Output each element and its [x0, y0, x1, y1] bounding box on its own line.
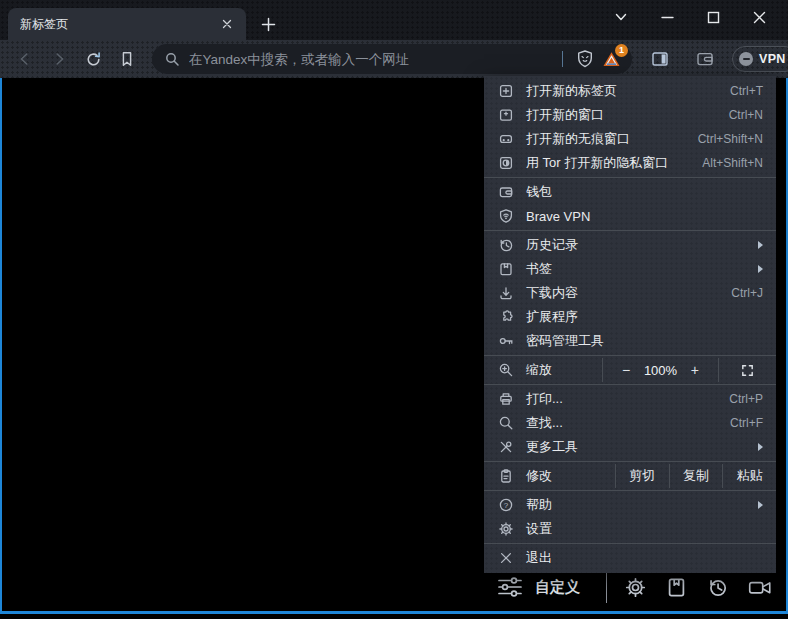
- zoom-in-button[interactable]: +: [691, 362, 699, 378]
- vpn-minus-icon: [739, 52, 753, 66]
- menu-item-settings[interactable]: 设置: [484, 517, 776, 541]
- menu-item-shortcut: Ctrl+J: [721, 286, 763, 300]
- url-input[interactable]: [189, 52, 558, 67]
- tor-window-icon: [498, 155, 514, 171]
- chevron-down-icon[interactable]: [598, 2, 644, 32]
- submenu-arrow-icon: [758, 241, 763, 249]
- menu-item-label: 用 Tor 打开新的隐私窗口: [526, 154, 668, 172]
- menu-item-brave-vpn[interactable]: Brave VPN: [484, 204, 776, 228]
- submenu-arrow-icon: [758, 265, 763, 273]
- gear-icon[interactable]: [624, 576, 647, 599]
- menu-item-label: 查找...: [526, 414, 563, 432]
- wallet-icon[interactable]: [690, 44, 720, 74]
- menu-separator: [484, 490, 776, 491]
- back-icon[interactable]: [10, 44, 40, 74]
- menu-item-new-tab[interactable]: 打开新的标签页Ctrl+T: [484, 79, 776, 103]
- menu-item-shortcut: Ctrl+P: [719, 392, 763, 406]
- menu-item-label: 更多工具: [526, 438, 578, 456]
- browser-window: 新标签页: [0, 0, 788, 619]
- menu-item-label: 帮助: [526, 496, 552, 514]
- downloads-icon: [498, 285, 514, 301]
- menu-item-downloads[interactable]: 下载内容Ctrl+J: [484, 281, 776, 305]
- vpn-label: VPN: [759, 52, 786, 66]
- menu-item-tor-window[interactable]: 用 Tor 打开新的隐私窗口Alt+Shift+N: [484, 151, 776, 175]
- menu-item-bookmarks[interactable]: 书签: [484, 257, 776, 281]
- menu-item-exit[interactable]: 退出: [484, 546, 776, 570]
- rewards-triangle-icon[interactable]: 1: [598, 46, 624, 72]
- zoom-out-button[interactable]: −: [622, 362, 630, 378]
- reload-icon[interactable]: [78, 44, 108, 74]
- menu-item-label: 历史记录: [526, 236, 578, 254]
- menu-item-shortcut: Alt+Shift+N: [692, 156, 763, 170]
- menu-item-label: 设置: [526, 520, 552, 538]
- paste-button[interactable]: 粘贴: [723, 467, 776, 485]
- vpn-button[interactable]: VPN: [732, 46, 788, 72]
- customize-label: 自定义: [535, 578, 580, 597]
- tab-close-icon[interactable]: [218, 15, 236, 33]
- menu-separator: [484, 177, 776, 178]
- settings-icon: [498, 521, 514, 537]
- menu-item-shortcut: Ctrl+T: [720, 84, 763, 98]
- tab-new-tab[interactable]: 新标签页: [8, 8, 246, 40]
- menu-item-new-window[interactable]: 打开新的窗口Ctrl+N: [484, 103, 776, 127]
- sliders-icon: [496, 574, 524, 600]
- menu-separator: [484, 355, 776, 356]
- menu-item-shortcut: Ctrl+Shift+N: [688, 132, 763, 146]
- menu-item-label: 修改: [526, 467, 552, 485]
- camera-icon[interactable]: [747, 576, 773, 599]
- submenu-arrow-icon: [758, 443, 763, 451]
- history-clock-icon[interactable]: [706, 576, 729, 599]
- titlebar: 新标签页: [0, 0, 788, 40]
- passwords-icon: [498, 333, 514, 349]
- copy-button[interactable]: 复制: [670, 467, 723, 485]
- fullscreen-button[interactable]: [719, 363, 776, 378]
- close-icon[interactable]: [736, 2, 782, 32]
- menu-item-label: 书签: [526, 260, 552, 278]
- menu-item-more-tools[interactable]: 更多工具: [484, 435, 776, 459]
- print-icon: [498, 391, 514, 407]
- menu-item-label: 扩展程序: [526, 308, 578, 326]
- vpn-shield-icon: [498, 208, 514, 224]
- sidebar-icon[interactable]: [645, 44, 675, 74]
- menu-item-extensions[interactable]: 扩展程序: [484, 305, 776, 329]
- menu-item-label: 打开新的无痕窗口: [526, 130, 630, 148]
- menu-item-history[interactable]: 历史记录: [484, 233, 776, 257]
- menu-item-label: 缩放: [526, 361, 552, 379]
- bookmark-icon[interactable]: [112, 44, 142, 74]
- cut-button[interactable]: 剪切: [616, 467, 669, 485]
- address-bar[interactable]: 1: [152, 44, 632, 74]
- urlbar-separator: [562, 51, 563, 67]
- history-icon: [498, 237, 514, 253]
- brave-shield-icon[interactable]: [572, 46, 598, 72]
- find-icon: [498, 415, 514, 431]
- saved-bookmarks-icon[interactable]: [665, 576, 688, 599]
- minimize-icon[interactable]: [644, 2, 690, 32]
- svg-text:?: ?: [504, 501, 509, 510]
- submenu-arrow-icon: [758, 501, 763, 509]
- menu-item-label: 打印...: [526, 390, 563, 408]
- menu-item-find[interactable]: 查找...Ctrl+F: [484, 411, 776, 435]
- forward-icon[interactable]: [44, 44, 74, 74]
- wallet-icon: [498, 184, 514, 200]
- search-icon: [164, 51, 180, 67]
- maximize-icon[interactable]: [690, 2, 736, 32]
- menu-item-label: 下载内容: [526, 284, 578, 302]
- window-controls: [598, 0, 782, 34]
- menu-item-shortcut: Ctrl+N: [719, 108, 763, 122]
- menu-item-passwords[interactable]: 密码管理工具: [484, 329, 776, 353]
- customize-button[interactable]: 自定义: [496, 574, 580, 600]
- new-tab-plus-icon[interactable]: [256, 12, 280, 36]
- menu-item-wallet[interactable]: 钱包: [484, 180, 776, 204]
- new-window-icon: [498, 107, 514, 123]
- menu-separator: [484, 384, 776, 385]
- menu-item-incognito[interactable]: 打开新的无痕窗口Ctrl+Shift+N: [484, 127, 776, 151]
- incognito-icon: [498, 131, 514, 147]
- menu-separator: [484, 461, 776, 462]
- menu-item-help[interactable]: ?帮助: [484, 493, 776, 517]
- bottom-bar-separator: [606, 571, 607, 603]
- rewards-badge: 1: [615, 44, 628, 57]
- toolbar: 1 VPN: [0, 40, 788, 78]
- menu-item-print[interactable]: 打印...Ctrl+P: [484, 387, 776, 411]
- menu-item-label: 密码管理工具: [526, 332, 604, 350]
- fullscreen-icon: [740, 363, 755, 378]
